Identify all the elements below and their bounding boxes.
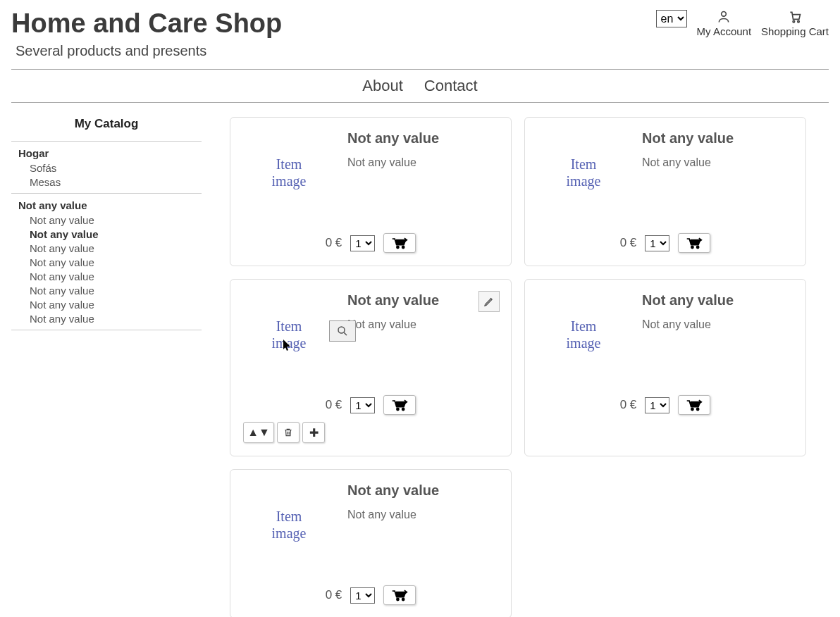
sidebar-title: My Catalog xyxy=(11,117,202,131)
my-account-link[interactable]: My Account xyxy=(697,10,752,38)
category-child[interactable]: Not any value xyxy=(18,311,202,325)
tagline: Several products and presents xyxy=(16,43,282,59)
category-group: Not any valueNot any valueNot any valueN… xyxy=(11,193,202,330)
nav-about[interactable]: About xyxy=(362,77,403,95)
product-card: ItemimageNot any valueNot any value0 €1 xyxy=(524,117,806,266)
add-button[interactable]: ✚ xyxy=(302,422,325,443)
svg-point-11 xyxy=(697,408,699,410)
category-child[interactable]: Mesas xyxy=(18,175,202,189)
item-image-placeholder[interactable]: Itemimage xyxy=(243,292,335,377)
product-card: ItemimageNot any valueNot any value0 €1▲… xyxy=(230,279,512,456)
product-footer: 0 €1 xyxy=(243,585,498,605)
product-footer: 0 €1 xyxy=(243,395,498,415)
product-footer: 0 €1 xyxy=(538,233,793,253)
product-grid: ItemimageNot any valueNot any value0 €1I… xyxy=(230,117,829,617)
item-image-placeholder[interactable]: Itemimage xyxy=(538,130,629,215)
product-footer: 0 €1 xyxy=(243,233,498,253)
quantity-select[interactable]: 1 xyxy=(350,235,375,251)
svg-point-10 xyxy=(691,408,693,410)
add-to-cart-button[interactable] xyxy=(383,233,416,253)
svg-point-0 xyxy=(722,12,727,17)
top-nav: About Contact xyxy=(11,69,829,103)
product-description: Not any value xyxy=(347,318,498,331)
svg-point-3 xyxy=(397,246,399,248)
move-button[interactable]: ▲▼ xyxy=(243,422,274,443)
language-select[interactable]: en xyxy=(656,10,687,27)
add-to-cart-button[interactable] xyxy=(383,585,416,605)
category-child[interactable]: Not any value xyxy=(18,283,202,297)
nav-contact[interactable]: Contact xyxy=(424,77,478,95)
svg-point-1 xyxy=(793,20,795,22)
item-image-placeholder[interactable]: Itemimage xyxy=(243,482,335,567)
category-group: HogarSofásMesas xyxy=(11,141,202,193)
item-image-placeholder[interactable]: Itemimage xyxy=(538,292,629,377)
category-child[interactable]: Not any value xyxy=(18,297,202,311)
svg-point-9 xyxy=(402,408,404,410)
product-description: Not any value xyxy=(347,156,498,169)
svg-point-12 xyxy=(397,598,399,600)
add-to-cart-button[interactable] xyxy=(678,395,710,415)
product-title: Not any value xyxy=(642,130,793,147)
product-price: 0 € xyxy=(326,398,342,412)
product-card: ItemimageNot any valueNot any value0 €1 xyxy=(524,279,806,456)
account-icon xyxy=(716,10,731,24)
delete-button[interactable] xyxy=(277,422,299,443)
product-title: Not any value xyxy=(347,482,498,499)
product-title: Not any value xyxy=(347,292,498,308)
product-title: Not any value xyxy=(347,130,498,147)
svg-point-7 xyxy=(338,327,345,333)
cursor-icon xyxy=(283,339,292,356)
add-to-cart-button[interactable] xyxy=(678,233,710,253)
quantity-select[interactable]: 1 xyxy=(645,397,669,413)
product-card: ItemimageNot any valueNot any value0 €1 xyxy=(230,117,512,266)
category-child[interactable]: Not any value xyxy=(18,227,202,241)
category-child[interactable]: Not any value xyxy=(18,241,202,255)
product-card: ItemimageNot any valueNot any value0 €1 xyxy=(230,469,512,617)
item-image-placeholder[interactable]: Itemimage xyxy=(243,130,335,215)
category-child[interactable]: Not any value xyxy=(18,255,202,269)
shopping-cart-link[interactable]: Shopping Cart xyxy=(761,10,829,38)
product-description: Not any value xyxy=(347,509,498,521)
product-price: 0 € xyxy=(620,236,637,250)
header-tools: en My Account Shopping Cart xyxy=(656,6,829,38)
category-parent[interactable]: Hogar xyxy=(18,146,202,161)
svg-point-8 xyxy=(397,408,399,410)
product-title: Not any value xyxy=(642,292,793,308)
cart-icon xyxy=(787,10,803,24)
brand: Home and Care Shop Several products and … xyxy=(11,6,282,59)
product-price: 0 € xyxy=(326,588,342,602)
svg-point-5 xyxy=(691,246,693,248)
svg-point-13 xyxy=(402,598,404,600)
svg-point-4 xyxy=(402,246,404,248)
main: My Catalog HogarSofásMesasNot any valueN… xyxy=(0,103,840,617)
quantity-select[interactable]: 1 xyxy=(350,587,375,604)
product-description: Not any value xyxy=(642,156,793,169)
category-child[interactable]: Not any value xyxy=(18,269,202,283)
card-actions: ▲▼✚ xyxy=(243,422,498,443)
svg-point-2 xyxy=(798,20,800,22)
product-price: 0 € xyxy=(620,398,637,412)
page-title: Home and Care Shop xyxy=(11,8,282,39)
product-footer: 0 €1 xyxy=(538,395,793,415)
product-description: Not any value xyxy=(642,318,793,331)
category-parent[interactable]: Not any value xyxy=(18,198,202,213)
quantity-select[interactable]: 1 xyxy=(350,397,375,413)
sidebar: My Catalog HogarSofásMesasNot any valueN… xyxy=(11,117,202,617)
edit-button[interactable] xyxy=(478,291,500,312)
header: Home and Care Shop Several products and … xyxy=(0,0,840,59)
category-child[interactable]: Sofás xyxy=(18,161,202,175)
category-child[interactable]: Not any value xyxy=(18,213,202,227)
add-to-cart-button[interactable] xyxy=(383,395,416,415)
product-price: 0 € xyxy=(326,236,342,250)
zoom-button[interactable] xyxy=(329,320,356,342)
quantity-select[interactable]: 1 xyxy=(645,235,669,251)
svg-point-6 xyxy=(697,246,699,248)
